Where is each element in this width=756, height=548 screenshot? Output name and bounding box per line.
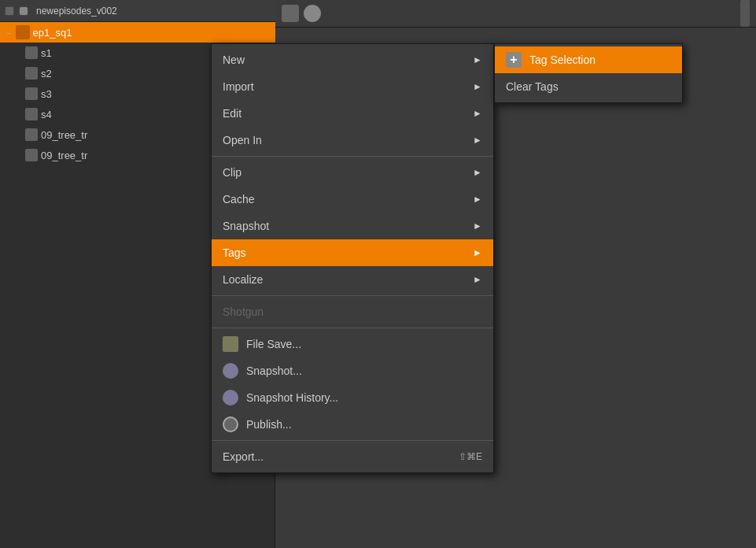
menu-item-filesave[interactable]: File Save... [212, 331, 493, 357]
menu-item-export[interactable]: Export... ⇧⌘E [212, 443, 493, 470]
title-bar: newepisodes_v002 [0, 0, 275, 22]
panel-icon-2 [304, 5, 321, 22]
tree-item-label: ep1_sq1 [33, 27, 72, 39]
menu-item-publish[interactable]: Publish... [212, 411, 493, 438]
menu-item-snapshot2-label: Snapshot... [246, 365, 302, 377]
tree-item-label: s3 [41, 88, 52, 100]
separator-4 [212, 440, 493, 441]
menu-item-snapshot-label: Snapshot [223, 220, 269, 232]
folder-icon [16, 25, 30, 39]
item-icon [25, 46, 38, 59]
menu-item-export-label: Export... [223, 450, 264, 463]
menu-item-import-label: Import [223, 80, 254, 93]
menu-arrow-openin: ► [473, 135, 482, 146]
menu-item-openin[interactable]: Open In ► [212, 127, 493, 154]
menu-arrow-import: ► [473, 81, 482, 92]
publish-icon [223, 417, 238, 432]
submenu-item-tagselection-label: Tag Selection [529, 54, 596, 66]
window-title: newepisodes_v002 [36, 6, 117, 17]
menu-item-snapshothistory-label: Snapshot History... [246, 391, 338, 404]
context-menu: New ► Import ► Edit ► Open In ► Clip ► C… [211, 43, 494, 473]
menu-arrow-new: ► [473, 54, 482, 65]
window-minimize-btn[interactable] [5, 6, 14, 16]
menu-arrow-edit: ► [473, 108, 482, 119]
scroll-indicator [740, 0, 750, 27]
separator-3 [212, 328, 493, 328]
menu-item-filesave-label: File Save... [246, 338, 301, 350]
plus-icon: + [506, 52, 522, 68]
menu-item-edit-label: Edit [223, 107, 242, 120]
submenu-item-tagselection[interactable]: + Tag Selection [495, 46, 682, 73]
menu-item-localize-label: Localize [223, 273, 263, 286]
tree-item-label: s4 [41, 109, 52, 120]
item-icon [25, 108, 38, 120]
item-icon [25, 149, 38, 161]
menu-item-clip-label: Clip [223, 166, 242, 179]
tree-item-label: 09_tree_tr [41, 150, 87, 161]
menu-item-edit[interactable]: Edit ► [212, 100, 493, 127]
menu-item-openin-label: Open In [223, 134, 262, 146]
expand-arrow: – [6, 28, 11, 37]
tree-item-label: 09_tree_tr [41, 129, 87, 141]
filesave-icon [223, 336, 238, 352]
tree-item-label: s1 [41, 47, 52, 59]
menu-arrow-tags: ► [473, 247, 482, 258]
menu-item-import[interactable]: Import ► [212, 73, 493, 100]
menu-item-new[interactable]: New ► [212, 46, 493, 73]
separator-2 [212, 295, 493, 296]
menu-arrow-snapshot: ► [473, 220, 482, 231]
item-icon [25, 67, 38, 80]
menu-item-cache[interactable]: Cache ► [212, 186, 493, 213]
window-icon [19, 6, 28, 16]
snapshot-icon [223, 363, 238, 379]
submenu-item-cleartags-label: Clear Tags [506, 80, 559, 93]
menu-item-shotgun: Shotgun [212, 298, 493, 325]
item-icon [25, 128, 38, 141]
menu-item-new-label: New [223, 54, 245, 66]
snapshothistory-icon [223, 390, 238, 405]
menu-item-tags-label: Tags [223, 246, 246, 259]
menu-item-clip[interactable]: Clip ► [212, 159, 493, 186]
tree-item-ep1sq1[interactable]: – ep1_sq1 [0, 22, 275, 43]
menu-arrow-localize: ► [473, 274, 482, 285]
right-panel-header [275, 0, 756, 28]
menu-item-snapshot[interactable]: Snapshot ► [212, 213, 493, 239]
menu-item-cache-label: Cache [223, 193, 254, 206]
menu-item-shotgun-label: Shotgun [223, 305, 264, 318]
tree-item-label: s2 [41, 68, 52, 80]
submenu-item-cleartags[interactable]: Clear Tags [495, 73, 682, 100]
panel-icon-1 [282, 5, 299, 22]
separator-1 [212, 156, 493, 157]
menu-item-tags[interactable]: Tags ► [212, 239, 493, 266]
menu-item-publish-label: Publish... [246, 418, 292, 431]
menu-arrow-cache: ► [473, 194, 482, 205]
menu-item-snapshothistory[interactable]: Snapshot History... [212, 384, 493, 411]
item-icon [25, 87, 38, 100]
export-shortcut: ⇧⌘E [459, 451, 482, 462]
menu-item-snapshot2[interactable]: Snapshot... [212, 357, 493, 384]
menu-item-localize[interactable]: Localize ► [212, 266, 493, 293]
tags-submenu: + Tag Selection Clear Tags [494, 43, 683, 103]
menu-arrow-clip: ► [473, 167, 482, 178]
